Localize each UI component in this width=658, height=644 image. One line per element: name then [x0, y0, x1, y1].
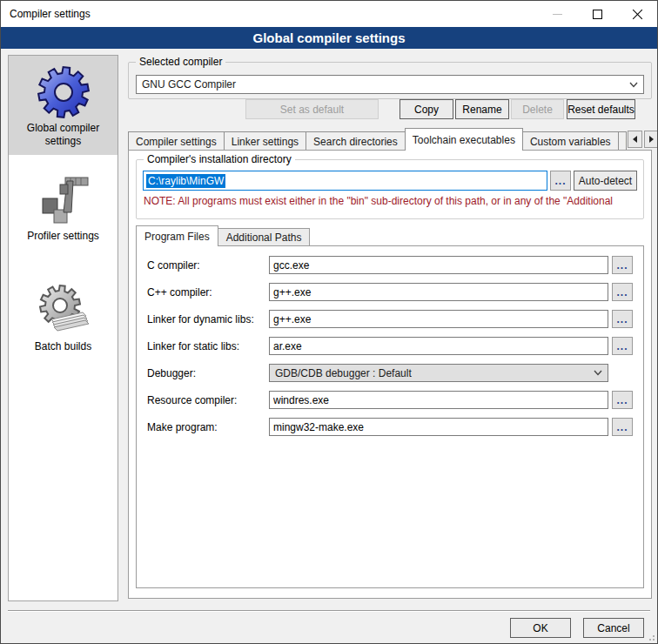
close-button[interactable]: [617, 1, 657, 27]
debugger-select[interactable]: GDB/CDB debugger : Default: [269, 364, 608, 382]
selected-compiler-group: Selected compiler GNU GCC Compiler: [128, 62, 652, 99]
dynamic-linker-label: Linker for dynamic libs:: [147, 313, 269, 325]
selected-compiler-group-label: Selected compiler: [136, 56, 225, 68]
c-compiler-label: C compiler:: [147, 259, 269, 272]
field-row-static-linker: Linker for static libs: ...: [147, 337, 633, 355]
c-compiler-input[interactable]: [269, 256, 608, 274]
arrow-left-icon: [629, 136, 637, 143]
installation-dir-browse-button[interactable]: ...: [550, 171, 571, 191]
program-files-page: C compiler: ... C++ compiler: ... Linker…: [136, 245, 644, 588]
sidebar-item-label: Profiler settings: [10, 230, 116, 243]
chevron-down-icon: [594, 370, 602, 376]
compiler-select[interactable]: GNU GCC Compiler: [136, 75, 644, 94]
minimize-icon: [553, 14, 562, 15]
installation-dir-value: C:\raylib\MinGW: [146, 174, 225, 188]
field-row-resource-compiler: Resource compiler: ...: [147, 391, 633, 409]
tab-scroll-right-button[interactable]: [644, 131, 658, 148]
dynamic-linker-browse-button[interactable]: ...: [612, 310, 633, 328]
page-title: Global compiler settings: [1, 27, 657, 49]
tab-linker-settings[interactable]: Linker settings: [224, 131, 306, 151]
make-program-label: Make program:: [147, 421, 269, 433]
compiler-select-value: GNU GCC Compiler: [142, 78, 629, 91]
subtab-program-files[interactable]: Program Files: [136, 225, 218, 246]
copy-button[interactable]: Copy: [400, 99, 453, 119]
field-row-c-compiler: C compiler: ...: [147, 256, 633, 274]
debugger-label: Debugger:: [147, 367, 269, 379]
resource-compiler-browse-button[interactable]: ...: [612, 391, 633, 409]
cpp-compiler-input[interactable]: [269, 283, 608, 301]
installation-dir-input[interactable]: C:\raylib\MinGW: [143, 171, 547, 191]
chevron-down-icon: [629, 82, 638, 88]
static-linker-label: Linker for static libs:: [147, 340, 269, 352]
tab-build-options[interactable]: Build: [618, 131, 627, 151]
field-row-cpp-compiler: C++ compiler: ...: [147, 283, 633, 301]
rename-button[interactable]: Rename: [455, 99, 509, 119]
c-compiler-browse-button[interactable]: ...: [612, 256, 633, 274]
tab-compiler-settings[interactable]: Compiler settings: [128, 131, 225, 151]
tab-custom-variables[interactable]: Custom variables: [522, 131, 619, 151]
caliper-icon: [36, 172, 91, 228]
footer-divider: [8, 610, 650, 612]
titlebar: Compiler settings: [1, 1, 657, 27]
settings-tabstrip: Compiler settings Linker settings Search…: [128, 128, 652, 151]
debugger-select-value: GDB/CDB debugger : Default: [275, 367, 594, 379]
static-linker-input[interactable]: [269, 337, 608, 355]
gear-blue-icon: [36, 64, 91, 120]
maximize-button[interactable]: [577, 1, 617, 27]
make-program-input[interactable]: [269, 418, 608, 436]
auto-detect-button[interactable]: Auto-detect: [574, 171, 637, 191]
arrow-right-icon: [649, 136, 657, 143]
minimize-button[interactable]: [537, 1, 577, 27]
close-icon: [632, 9, 643, 20]
static-linker-browse-button[interactable]: ...: [612, 337, 633, 355]
set-as-default-button[interactable]: Set as default: [245, 99, 379, 119]
dynamic-linker-input[interactable]: [269, 310, 608, 328]
bin-note-text: NOTE: All programs must exist either in …: [144, 195, 640, 207]
field-row-make-program: Make program: ...: [147, 418, 633, 436]
delete-button[interactable]: Delete: [511, 99, 564, 119]
compiler-settings-dialog: Compiler settings Global compiler settin…: [0, 0, 658, 644]
footer-buttons: OK Cancel: [510, 618, 644, 638]
sidebar-item-label: Batch builds: [10, 340, 116, 353]
resource-compiler-input[interactable]: [269, 391, 608, 409]
cpp-compiler-label: C++ compiler:: [147, 286, 269, 299]
resize-grip[interactable]: [646, 632, 655, 641]
program-files-tabstrip: Program Files Additional Paths: [136, 225, 309, 246]
window-title: Compiler settings: [1, 8, 537, 20]
maximize-icon: [593, 10, 602, 19]
field-row-dynamic-linker: Linker for dynamic libs: ...: [147, 310, 633, 328]
sidebar-item-label: Global compiler settings: [10, 122, 116, 148]
tab-scroll-left-button[interactable]: [628, 131, 642, 148]
cpp-compiler-browse-button[interactable]: ...: [612, 283, 633, 301]
tab-toolchain-executables[interactable]: Toolchain executables: [405, 128, 523, 151]
gear-stack-icon: [36, 283, 91, 339]
sidebar-item-profiler-settings[interactable]: Profiler settings: [9, 164, 118, 250]
tab-search-directories[interactable]: Search directories: [306, 131, 406, 151]
resource-compiler-label: Resource compiler:: [147, 394, 269, 406]
make-program-browse-button[interactable]: ...: [612, 418, 633, 436]
installation-directory-group-label: Compiler's installation directory: [144, 153, 295, 165]
compiler-action-row: Set as default Copy Rename Delete Reset …: [128, 99, 652, 119]
toolchain-executables-page: Compiler's installation directory C:\ray…: [128, 150, 652, 599]
subtab-additional-paths[interactable]: Additional Paths: [218, 228, 311, 246]
field-row-debugger: Debugger: GDB/CDB debugger : Default: [147, 364, 633, 382]
installation-directory-group: Compiler's installation directory C:\ray…: [136, 159, 644, 219]
sidebar-item-batch-builds[interactable]: Batch builds: [9, 274, 118, 360]
reset-defaults-button[interactable]: Reset defaults: [567, 99, 635, 119]
sidebar-item-global-compiler-settings[interactable]: Global compiler settings: [9, 56, 118, 155]
cancel-button[interactable]: Cancel: [583, 618, 644, 638]
settings-sidebar: Global compiler settings Profiler settin…: [8, 55, 118, 601]
main-panel: Selected compiler GNU GCC Compiler Set a…: [128, 55, 653, 643]
ok-button[interactable]: OK: [510, 618, 571, 638]
